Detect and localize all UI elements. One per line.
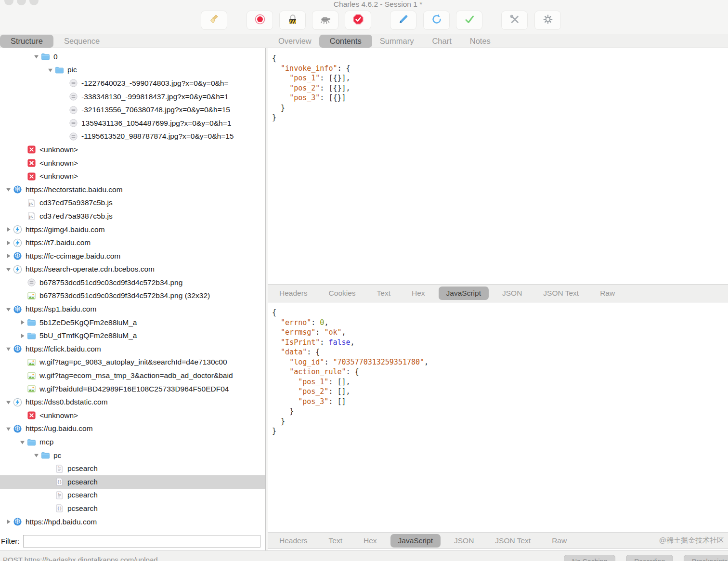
tab-hex[interactable]: Hex xyxy=(364,536,377,545)
tree-row[interactable]: https://ug.baidu.com xyxy=(0,422,265,436)
tab-javascript[interactable]: JavaScript xyxy=(390,534,441,548)
tree-row[interactable]: {}pcsearch xyxy=(0,475,265,489)
tab-json[interactable]: JSON xyxy=(502,289,522,298)
request-body-pane: { "invoke_info": { "pos_1": [{}], "pos_2… xyxy=(268,48,728,284)
tab-raw[interactable]: Raw xyxy=(552,536,567,545)
tree-row[interactable]: {}pcsearch xyxy=(0,502,265,515)
disclosure-open-icon[interactable] xyxy=(32,54,40,59)
tree-row[interactable]: https://fc-ccimage.baidu.com xyxy=(0,249,265,263)
breakpoints-button[interactable] xyxy=(345,11,371,30)
disclosure-closed-icon[interactable] xyxy=(4,253,13,259)
tree-row[interactable]: -321613556_706380748.jpg?x=0&y=0&h=15 xyxy=(0,103,265,117)
tree-row[interactable]: 5bU_dTmfKgQFm2e88luM_a xyxy=(0,329,265,342)
tree-row[interactable]: https://hectorstatic.baidu.com xyxy=(0,183,265,196)
code-line: { xyxy=(272,308,728,318)
tab-text[interactable]: Text xyxy=(377,289,390,298)
settings-button[interactable] xyxy=(534,11,561,30)
disclosure-open-icon[interactable] xyxy=(4,400,13,405)
tree-row-label: <unknown> xyxy=(39,411,78,420)
disclosure-closed-icon[interactable] xyxy=(18,320,26,325)
tree-row[interactable]: <unknown> xyxy=(0,170,265,183)
svg-text:JS: JS xyxy=(28,215,33,219)
tree-row[interactable]: b678753dcd51cd9c03cd9f3d4c572b34.png (32… xyxy=(0,289,265,303)
disclosure-open-icon[interactable] xyxy=(32,453,40,458)
tab-json-text[interactable]: JSON Text xyxy=(495,536,531,545)
record-icon xyxy=(254,13,266,27)
tree-row[interactable]: b678753dcd51cd9c03cd9f3d4c572b34.png xyxy=(0,276,265,289)
tools-button[interactable] xyxy=(501,11,528,30)
repeat-button[interactable] xyxy=(423,11,450,30)
tree-row[interactable]: mcp xyxy=(0,435,265,449)
tree-row[interactable]: 1359431136_1054487699.jpg?x=0&y=0&h=1 xyxy=(0,117,265,130)
tab-notes[interactable]: Notes xyxy=(470,37,491,46)
tree-row[interactable]: JScd37ed75a9387c5b.js xyxy=(0,196,265,210)
tree-row[interactable]: <unknown> xyxy=(0,157,265,170)
tab-sequence[interactable]: Sequence xyxy=(64,37,100,46)
tab-overview[interactable]: Overview xyxy=(278,37,312,46)
ssl-proxying-button[interactable] xyxy=(279,11,306,30)
tree-row[interactable]: https://gimg4.baidu.com xyxy=(0,223,265,236)
tree-row[interactable]: <unknown> xyxy=(0,143,265,157)
record-button[interactable] xyxy=(247,11,273,30)
tree-row[interactable]: -338348130_-999818437.jpg?x=0&y=0&h=1 xyxy=(0,90,265,104)
code-line: "pos_1": [], xyxy=(272,377,728,387)
tab-structure[interactable]: Structure xyxy=(0,35,53,48)
tab-json-text[interactable]: JSON Text xyxy=(543,289,579,298)
throttle-button[interactable] xyxy=(312,11,338,30)
tab-text[interactable]: Text xyxy=(329,536,342,545)
no-caching-button[interactable]: No Caching xyxy=(564,555,615,561)
breakpoints-button[interactable]: Breakpoints xyxy=(684,555,728,561)
compose-button[interactable] xyxy=(390,11,416,30)
tree-row[interactable]: -1227640023_-599074803.jpg?x=0&y=0&h= xyxy=(0,77,265,90)
disclosure-closed-icon[interactable] xyxy=(4,519,13,524)
tab-cookies[interactable]: Cookies xyxy=(329,289,356,298)
tree-row[interactable]: pic xyxy=(0,64,265,77)
tab-javascript[interactable]: JavaScript xyxy=(439,287,489,300)
tree-row-label: w.gif?tag=ecom_msa_tmp_3&action=adb_ad_d… xyxy=(39,371,233,380)
tree-row[interactable]: https://hpd.baidu.com xyxy=(0,515,265,529)
tree-row[interactable]: <unknown> xyxy=(0,409,265,422)
tree-row[interactable]: https://sp1.baidu.com xyxy=(0,302,265,316)
tab-headers[interactable]: Headers xyxy=(279,536,308,545)
disclosure-open-icon[interactable] xyxy=(4,267,13,272)
disclosure-open-icon[interactable] xyxy=(4,307,13,312)
tree-row-label: 5bU_dTmfKgQFm2e88luM_a xyxy=(39,331,137,340)
tree-row[interactable]: pcsearch xyxy=(0,462,265,475)
tree-row[interactable]: https://search-operate.cdn.bcebos.com xyxy=(0,263,265,276)
tab-contents[interactable]: Contents xyxy=(319,35,372,48)
clear-session-button[interactable] xyxy=(201,11,227,30)
tree-row[interactable]: JScd37ed75a9387c5b.js xyxy=(0,209,265,223)
tree-row[interactable]: w.gif?tag=ecom_msa_tmp_3&action=adb_ad_d… xyxy=(0,369,265,382)
filter-input[interactable] xyxy=(23,535,260,548)
broom-icon xyxy=(208,13,221,27)
disclosure-open-icon[interactable] xyxy=(18,440,26,445)
validate-button[interactable] xyxy=(456,11,482,30)
code-line: } xyxy=(272,406,728,417)
tree-row[interactable]: -1195613520_988787874.jpg?x=0&y=0&h=15 xyxy=(0,130,265,144)
disclosure-open-icon[interactable] xyxy=(46,67,54,73)
tab-chart[interactable]: Chart xyxy=(432,37,451,46)
disclosure-closed-icon[interactable] xyxy=(4,227,13,232)
disclosure-open-icon[interactable] xyxy=(4,426,13,431)
tree-row[interactable]: https://t7.baidu.com xyxy=(0,236,265,249)
tab-hex[interactable]: Hex xyxy=(412,289,425,298)
tree-row[interactable]: https://dss0.bdstatic.com xyxy=(0,395,265,409)
tree-row[interactable]: 5b1ZeDe5KgQFm2e88luM_a xyxy=(0,316,265,329)
tab-json[interactable]: JSON xyxy=(454,536,474,545)
tab-summary[interactable]: Summary xyxy=(380,37,414,46)
tree-row[interactable]: pc xyxy=(0,449,265,462)
request-tree[interactable]: 0pic-1227640023_-599074803.jpg?x=0&y=0&h… xyxy=(0,48,265,532)
recording-button[interactable]: Recording xyxy=(626,555,673,561)
disclosure-open-icon[interactable] xyxy=(4,187,13,192)
tab-raw[interactable]: Raw xyxy=(600,289,615,298)
disclosure-open-icon[interactable] xyxy=(4,346,13,352)
tree-row[interactable]: https://fclick.baidu.com xyxy=(0,342,265,356)
request-viewer-tabbar: HeadersCookiesTextHexJavaScriptJSONJSON … xyxy=(268,284,728,302)
tree-row[interactable]: w.gif?baiduId=BD42989F16E108C25733D964F5… xyxy=(0,382,265,396)
tree-row[interactable]: 0 xyxy=(0,50,265,64)
tree-row[interactable]: w.gif?tag=pc_9083_autoplay_init&searchId… xyxy=(0,356,265,369)
disclosure-closed-icon[interactable] xyxy=(4,240,13,246)
disclosure-closed-icon[interactable] xyxy=(18,333,26,339)
tab-headers[interactable]: Headers xyxy=(279,289,308,298)
tree-row[interactable]: pcsearch xyxy=(0,489,265,502)
